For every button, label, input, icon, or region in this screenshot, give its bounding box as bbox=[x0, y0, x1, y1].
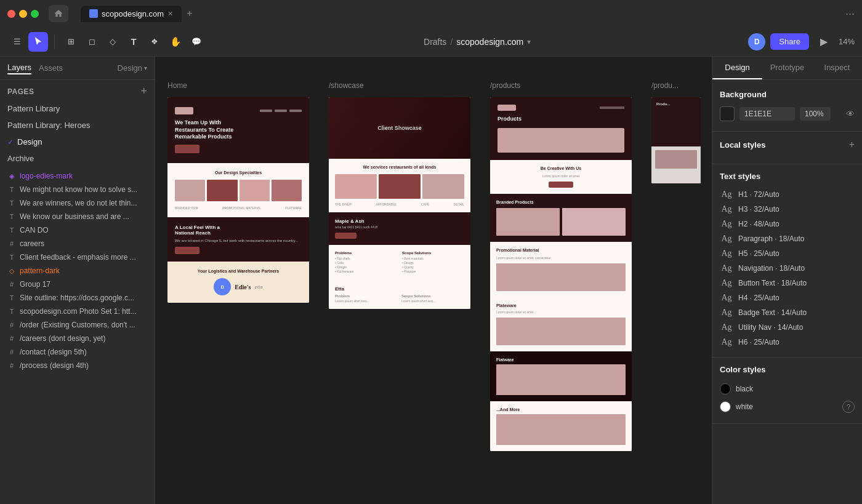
frame-showcase[interactable]: Client Showcase We services restaurants … bbox=[329, 97, 470, 309]
frame-products[interactable]: Products Be Creative With Us Lorem ipsum… bbox=[490, 97, 632, 451]
layer-item-order[interactable]: # /order (Existing Customers, don't ... bbox=[0, 318, 155, 332]
text-style-button[interactable]: Ag Button Text · 18/Auto bbox=[720, 276, 855, 290]
layer-item-text3[interactable]: T We know our business and are ... bbox=[0, 210, 155, 223]
text-style-badge[interactable]: Ag Badge Text · 14/Auto bbox=[720, 305, 855, 320]
text-icon: T bbox=[7, 294, 16, 302]
ag-sample: Ag bbox=[720, 263, 733, 273]
ag-sample: Ag bbox=[720, 308, 733, 318]
text-style-h1[interactable]: Ag H1 · 72/Auto bbox=[720, 187, 855, 202]
play-button[interactable]: ▶ bbox=[814, 32, 834, 52]
bg-opacity-input[interactable] bbox=[800, 107, 831, 121]
text-icon: T bbox=[7, 199, 16, 207]
toolbar-center: Drafts / scopodesign.com ▾ bbox=[209, 37, 746, 47]
color-style-black[interactable]: black bbox=[720, 380, 855, 398]
bg-color-swatch[interactable] bbox=[720, 106, 735, 121]
scale-tool[interactable]: ◻ bbox=[82, 32, 102, 52]
tool-group-main: ☰ bbox=[7, 32, 48, 52]
layer-item-text1[interactable]: T We might not know how to solve s... bbox=[0, 183, 155, 196]
products-title: Products bbox=[497, 116, 624, 122]
comment-tool[interactable]: 💬 bbox=[187, 32, 206, 52]
frame-home[interactable]: We Team Up WithRestaurants To CreateRema… bbox=[167, 97, 309, 303]
layer-item-site-outline[interactable]: T Site outline: https://docs.google.c... bbox=[0, 291, 155, 305]
text-style-h5[interactable]: Ag H5 · 25/Auto bbox=[720, 246, 855, 261]
home-button[interactable] bbox=[49, 5, 68, 22]
tab-design-mode[interactable]: Design ▾ bbox=[118, 63, 147, 73]
zoom-level[interactable]: 14% bbox=[839, 37, 855, 46]
frame-icon: # bbox=[7, 348, 16, 356]
page-item-archive[interactable]: Archive bbox=[0, 150, 155, 167]
maximize-dot[interactable] bbox=[31, 10, 39, 18]
text-style-navigation[interactable]: Ag Navigation · 18/Auto bbox=[720, 261, 855, 276]
frame-tool[interactable]: ⊞ bbox=[61, 32, 81, 52]
new-tab-button[interactable]: + bbox=[187, 8, 192, 19]
text-tool[interactable]: T bbox=[124, 32, 143, 52]
minimize-dot[interactable] bbox=[19, 10, 27, 18]
layer-item-client-feedback[interactable]: T Client feedback - emphasis more ... bbox=[0, 250, 155, 264]
breadcrumb-chevron: ▾ bbox=[527, 38, 531, 46]
ag-sample: Ag bbox=[720, 234, 733, 244]
products-promotional: Promotional Material Lorem ipsum dolor s… bbox=[490, 242, 632, 297]
right-tab-inspect[interactable]: Inspect bbox=[812, 57, 862, 79]
select-tool[interactable] bbox=[28, 32, 48, 52]
menu-button[interactable]: ☰ bbox=[7, 32, 27, 52]
help-button[interactable]: ? bbox=[842, 401, 855, 413]
layer-item-group17[interactable]: # Group 17 bbox=[0, 278, 155, 291]
add-style-button[interactable]: + bbox=[849, 139, 855, 150]
layer-item-contact[interactable]: # /contact (design 5th) bbox=[0, 345, 155, 359]
frame-icon: # bbox=[7, 240, 16, 247]
tab-layers[interactable]: Layers bbox=[7, 62, 31, 74]
user-avatar[interactable]: D bbox=[748, 33, 765, 50]
layer-item-text2[interactable]: T We are winners, we do not let thin... bbox=[0, 196, 155, 210]
close-dot[interactable] bbox=[7, 10, 15, 18]
hand-tool[interactable]: ✋ bbox=[166, 32, 185, 52]
layer-item-pattern-dark[interactable]: ◇ pattern-dark bbox=[0, 264, 155, 278]
showcase-hero: Client Showcase bbox=[329, 97, 470, 159]
shape-icon: ◇ bbox=[7, 267, 16, 275]
color-styles-title: Color styles bbox=[720, 365, 765, 374]
page-label: Design bbox=[17, 137, 42, 146]
right-tab-prototype[interactable]: Prototype bbox=[762, 57, 812, 79]
layer-item-careers[interactable]: # careers bbox=[0, 237, 155, 250]
frame-label-products2: /produ... bbox=[651, 81, 701, 90]
page-item-design[interactable]: ✓ Design bbox=[0, 134, 155, 150]
frame-products2[interactable]: Produ... bbox=[651, 97, 701, 183]
titlebar-more[interactable]: ··· bbox=[845, 7, 855, 20]
visibility-toggle[interactable]: 👁 bbox=[846, 109, 855, 119]
text-style-paragraph[interactable]: Ag Paragraph · 18/Auto bbox=[720, 231, 855, 246]
add-page-button[interactable]: + bbox=[140, 85, 147, 98]
layer-item-photo-set[interactable]: T scopodesign.com Photo Set 1: htt... bbox=[0, 305, 155, 318]
layer-label: Site outline: https://docs.google.c... bbox=[20, 294, 134, 302]
tab-assets[interactable]: Assets bbox=[39, 62, 63, 74]
color-style-white[interactable]: white ? bbox=[720, 398, 855, 416]
local-styles-header: Local styles + bbox=[720, 139, 855, 150]
bg-color-input[interactable] bbox=[739, 107, 795, 121]
text-style-h4[interactable]: Ag H4 · 25/Auto bbox=[720, 290, 855, 305]
main-layout: Layers Assets Design ▾ Pages + Pattern L… bbox=[0, 57, 862, 504]
pages-title: Pages bbox=[7, 87, 34, 96]
page-item-pattern-library[interactable]: Pattern Library bbox=[0, 100, 155, 117]
component-tool[interactable]: ❖ bbox=[145, 32, 164, 52]
page-item-pattern-heroes[interactable]: Pattern Library: Heroes bbox=[0, 117, 155, 134]
canvas[interactable]: Home We Tea bbox=[155, 57, 712, 504]
tab-close-button[interactable]: ✕ bbox=[167, 10, 173, 18]
share-button[interactable]: Share bbox=[770, 33, 809, 50]
toolbar-right: D Share ▶ 14% bbox=[748, 32, 855, 52]
text-style-h6[interactable]: Ag H6 · 25/Auto bbox=[720, 335, 855, 350]
breadcrumb[interactable]: Drafts / scopodesign.com ▾ bbox=[424, 37, 531, 47]
text-style-h3[interactable]: Ag H3 · 32/Auto bbox=[720, 202, 855, 217]
home-specialties: Our Design Specialties BRANDED ITEM PROM… bbox=[167, 163, 309, 217]
right-tab-design[interactable]: Design bbox=[712, 57, 762, 79]
specialties-title: Our Design Specialties bbox=[175, 170, 302, 175]
text-style-h2[interactable]: Ag H2 · 48/Auto bbox=[720, 217, 855, 231]
shape-tool[interactable]: ◇ bbox=[103, 32, 123, 52]
active-tab[interactable]: scopodesign.com ✕ bbox=[81, 6, 182, 22]
canvas-scroll: Home We Tea bbox=[155, 57, 712, 504]
layer-item-logo[interactable]: ◈ logo-edies-mark bbox=[0, 169, 155, 183]
text-icon: T bbox=[7, 308, 16, 315]
layer-item-cando[interactable]: T CAN DO bbox=[0, 223, 155, 237]
text-style-utility-nav[interactable]: Ag Utility Nav · 14/Auto bbox=[720, 320, 855, 335]
layer-item-process[interactable]: # /process (design 4th) bbox=[0, 359, 155, 372]
right-tab-bar: Design Prototype Inspect bbox=[712, 57, 862, 80]
layer-item-careers-frame[interactable]: # /careers (dont design, yet) bbox=[0, 332, 155, 345]
style-name: Badge Text · 14/Auto bbox=[738, 308, 807, 317]
